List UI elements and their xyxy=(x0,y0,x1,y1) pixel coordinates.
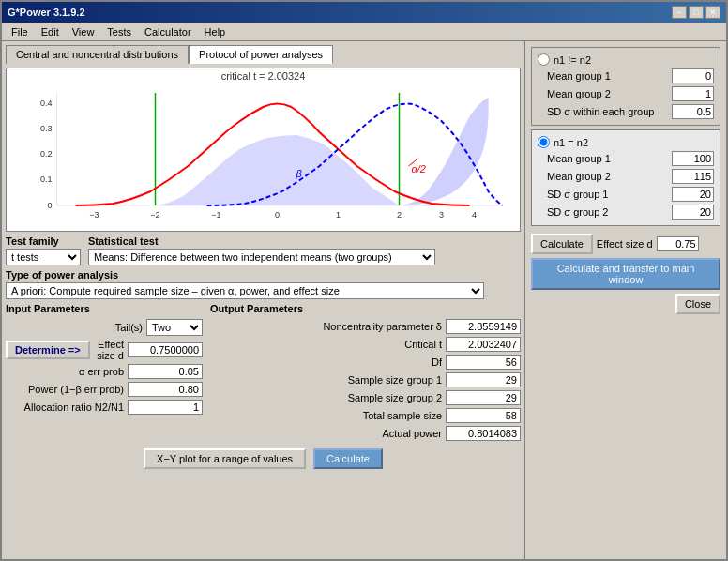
transfer-button[interactable]: Calculate and transfer to main window xyxy=(531,258,720,290)
svg-text:0.3: 0.3 xyxy=(40,124,53,133)
svg-text:4: 4 xyxy=(472,210,477,220)
power-row: Power (1−β err prob) 0.80 xyxy=(6,382,203,397)
svg-text:3: 3 xyxy=(439,210,444,220)
calculate-button[interactable]: Calculate xyxy=(313,448,383,469)
radio-1-text: n1 != n2 xyxy=(554,54,591,66)
maximize-button[interactable]: □ xyxy=(689,6,704,19)
window-title: G*Power 3.1.9.2 xyxy=(8,7,85,18)
r2-mean2-label: Mean group 2 xyxy=(547,171,668,182)
close-window-button[interactable]: ✕ xyxy=(705,6,720,19)
right-calculate-button[interactable]: Calculate xyxy=(531,234,593,254)
effect-size-input[interactable]: 0.7500000 xyxy=(128,342,203,357)
determine-effect-row: Determine => Effect size d 0.7500000 xyxy=(6,339,203,361)
tab-distributions[interactable]: Central and noncentral distributions xyxy=(6,45,189,64)
test-family-label: Test family xyxy=(6,235,81,247)
svg-text:β: β xyxy=(296,168,303,179)
radio-section-2: n1 = n2 Mean group 1 Mean group 2 SD σ g… xyxy=(531,129,720,226)
menu-view[interactable]: View xyxy=(67,24,100,39)
power-input[interactable]: 0.80 xyxy=(128,382,203,397)
r1-mean2-input[interactable] xyxy=(672,86,714,101)
svg-text:0.2: 0.2 xyxy=(40,149,53,159)
chart-title: critical t = 2.00324 xyxy=(7,68,520,83)
tab-protocol[interactable]: Protocol of power analyses xyxy=(189,45,333,64)
radio-n1-ne-n2[interactable] xyxy=(538,53,550,66)
r1-sd-label: SD σ within each group xyxy=(547,106,668,117)
r2-sd1-label: SD σ group 1 xyxy=(547,189,668,200)
r1-sd-input[interactable] xyxy=(672,104,714,119)
power-type-select[interactable]: A priori: Compute required sample size –… xyxy=(6,282,484,299)
svg-text:−1: −1 xyxy=(211,210,220,220)
plot-button[interactable]: X−Y plot for a range of values xyxy=(144,448,306,469)
r2-sd1-input[interactable] xyxy=(672,187,714,202)
alloc-input[interactable]: 1 xyxy=(128,400,203,415)
total-label: Total sample size xyxy=(210,410,442,421)
actual-power-label: Actual power xyxy=(210,428,442,439)
determine-button[interactable]: Determine => xyxy=(6,341,90,359)
r1-mean2-label: Mean group 2 xyxy=(547,88,668,99)
r2-mean2-input[interactable] xyxy=(672,169,714,184)
alpha-input[interactable]: 0.05 xyxy=(128,364,203,379)
output-params: Output Parameters Noncentrality paramete… xyxy=(210,303,521,441)
power-type-row: Type of power analysis A priori: Compute… xyxy=(6,269,521,299)
menu-help[interactable]: Help xyxy=(199,24,232,39)
tab-bar: Central and noncentral distributions Pro… xyxy=(6,45,521,64)
total-row: Total sample size 58 xyxy=(210,408,521,423)
tails-row: Tail(s) Two One xyxy=(6,319,203,336)
menu-tests[interactable]: Tests xyxy=(101,24,137,39)
right-bottom: Calculate Effect size d Calculate and tr… xyxy=(531,234,720,314)
radio-1-label[interactable]: n1 != n2 xyxy=(538,53,714,66)
close-button[interactable]: Close xyxy=(675,294,720,314)
r2-mean1-label: Mean group 1 xyxy=(547,153,668,164)
svg-text:0.1: 0.1 xyxy=(40,174,53,184)
menu-edit[interactable]: Edit xyxy=(36,24,65,39)
r2-sd2-row: SD σ group 2 xyxy=(538,205,714,220)
minimize-button[interactable]: − xyxy=(672,6,687,19)
alloc-label: Allocation ratio N2/N1 xyxy=(6,402,124,413)
effect-row: Effect size d xyxy=(597,236,699,251)
total-value: 58 xyxy=(446,408,521,423)
main-window: G*Power 3.1.9.2 − □ ✕ File Edit View Tes… xyxy=(0,0,728,561)
r2-mean1-input[interactable] xyxy=(672,151,714,166)
effect-size-label: Effect size d xyxy=(94,339,124,361)
r2-mean2-row: Mean group 2 xyxy=(538,169,714,184)
r2-sd2-label: SD σ group 2 xyxy=(547,206,668,218)
effect-size-d-label: Effect size d xyxy=(597,238,653,250)
tails-select[interactable]: Two One xyxy=(146,319,203,336)
size2-label: Sample size group 2 xyxy=(210,392,442,403)
power-label: Power (1−β err prob) xyxy=(6,384,124,395)
svg-text:α/2: α/2 xyxy=(412,163,426,174)
size2-row: Sample size group 2 29 xyxy=(210,390,521,405)
menu-file[interactable]: File xyxy=(6,24,34,39)
ncp-row: Noncentrality parameter δ 2.8559149 xyxy=(210,319,521,334)
calc-effect-row: Calculate Effect size d xyxy=(531,234,720,254)
effect-size-d-input[interactable] xyxy=(657,236,699,251)
actual-power-row: Actual power 0.8014083 xyxy=(210,426,521,441)
radio-n1-eq-n2[interactable] xyxy=(538,136,550,148)
input-params-title: Input Parameters xyxy=(6,303,203,314)
output-params-title: Output Parameters xyxy=(210,303,521,314)
svg-text:2: 2 xyxy=(397,210,402,220)
statistical-test-select[interactable]: Means: Difference between two independen… xyxy=(88,249,435,265)
svg-text:−3: −3 xyxy=(89,210,99,220)
svg-text:−2: −2 xyxy=(150,210,159,220)
crit-t-label: Critical t xyxy=(210,339,442,350)
test-family-select[interactable]: t tests xyxy=(6,249,81,265)
menu-calculator[interactable]: Calculator xyxy=(139,24,197,39)
size1-row: Sample size group 1 29 xyxy=(210,372,521,387)
r1-mean1-label: Mean group 1 xyxy=(547,70,668,82)
r2-sd1-row: SD σ group 1 xyxy=(538,187,714,202)
test-family-row: Test family t tests Statistical test Mea… xyxy=(6,235,521,265)
bottom-buttons: X−Y plot for a range of values Calculate xyxy=(6,448,521,469)
r1-mean1-input[interactable] xyxy=(672,68,714,83)
alloc-row: Allocation ratio N2/N1 1 xyxy=(6,400,203,415)
title-bar: G*Power 3.1.9.2 − □ ✕ xyxy=(2,2,726,23)
r1-mean2-row: Mean group 2 xyxy=(538,86,714,101)
radio-2-label[interactable]: n1 = n2 xyxy=(538,136,714,148)
alpha-row: α err prob 0.05 xyxy=(6,364,203,379)
r2-sd2-input[interactable] xyxy=(672,205,714,220)
size2-value: 29 xyxy=(446,390,521,405)
right-panel: n1 != n2 Mean group 1 Mean group 2 SD σ … xyxy=(524,41,726,559)
crit-t-row: Critical t 2.0032407 xyxy=(210,337,521,352)
df-row: Df 56 xyxy=(210,355,521,370)
radio-2-text: n1 = n2 xyxy=(554,137,588,148)
